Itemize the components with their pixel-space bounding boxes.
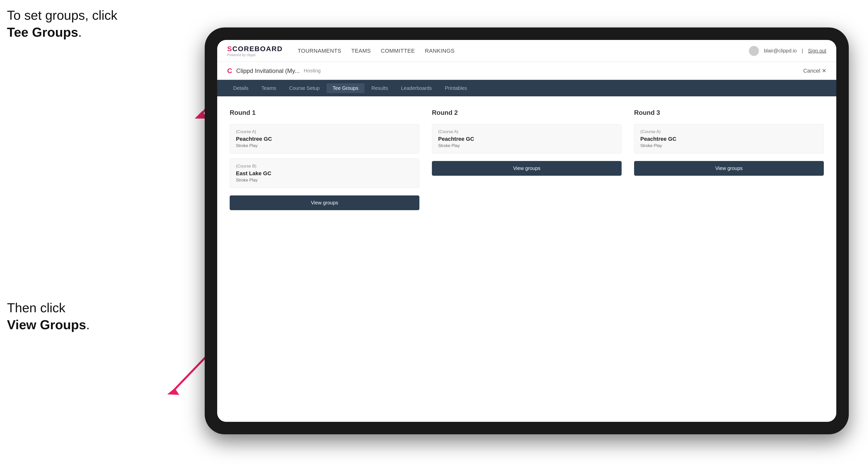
round-3-title: Round 3	[634, 109, 824, 117]
tab-tee-groups[interactable]: Tee Groups	[327, 83, 364, 93]
logo-sub: Powered by clippit	[227, 53, 283, 57]
main-content: Round 1 (Course A) Peachtree GC Stroke P…	[217, 96, 836, 422]
round-1-view-groups-button[interactable]: View groups	[230, 195, 420, 210]
logo-c: S	[227, 45, 232, 53]
round-1-course-a-label: (Course A)	[236, 129, 413, 134]
hosting-label: Hosting	[304, 68, 321, 74]
nav-links: TOURNAMENTS TEAMS COMMITTEE RANKINGS	[298, 48, 455, 54]
tab-course-setup[interactable]: Course Setup	[283, 83, 326, 93]
tab-bar: Details Teams Course Setup Tee Groups Re…	[217, 80, 836, 96]
round-1-column: Round 1 (Course A) Peachtree GC Stroke P…	[230, 109, 420, 210]
nav-teams[interactable]: TEAMS	[351, 48, 371, 54]
logo-area: SSCOREBOARDCOREBOARD Powered by clippit	[227, 45, 283, 57]
round-1-course-a-name: Peachtree GC	[236, 136, 413, 142]
nav-tournaments[interactable]: TOURNAMENTS	[298, 48, 341, 54]
round-2-course-a-card: (Course A) Peachtree GC Stroke Play	[432, 124, 622, 154]
nav-right: blair@clippd.io | Sign out	[749, 46, 826, 56]
tab-results[interactable]: Results	[366, 83, 394, 93]
instruction-bottom-bold: View Groups	[7, 317, 86, 332]
nav-rankings[interactable]: RANKINGS	[425, 48, 455, 54]
top-nav: SSCOREBOARDCOREBOARD Powered by clippit …	[217, 40, 836, 62]
tablet-screen: SSCOREBOARDCOREBOARD Powered by clippit …	[217, 40, 836, 422]
round-1-course-b-format: Stroke Play	[236, 178, 413, 183]
user-avatar	[749, 46, 759, 56]
instruction-bottom-line1: Then click	[7, 301, 65, 315]
round-3-course-a-card: (Course A) Peachtree GC Stroke Play	[634, 124, 824, 154]
tablet-device: SSCOREBOARDCOREBOARD Powered by clippit …	[205, 27, 849, 434]
svg-marker-3	[167, 388, 179, 395]
round-2-course-a-format: Stroke Play	[438, 143, 615, 148]
nav-left: SSCOREBOARDCOREBOARD Powered by clippit …	[227, 45, 455, 57]
round-1-title: Round 1	[230, 109, 420, 117]
instruction-top-line1: To set groups, click	[7, 8, 117, 23]
round-2-column: Round 2 (Course A) Peachtree GC Stroke P…	[432, 109, 622, 210]
instruction-bottom: Then click View Groups.	[7, 300, 90, 333]
tab-teams[interactable]: Teams	[255, 83, 282, 93]
tab-printables[interactable]: Printables	[439, 83, 473, 93]
round-2-title: Round 2	[432, 109, 622, 117]
round-3-course-a-name: Peachtree GC	[640, 136, 817, 142]
user-email: blair@clippd.io	[764, 48, 797, 54]
sub-nav: C Clippd Invitational (My... Hosting Can…	[217, 62, 836, 80]
rounds-grid: Round 1 (Course A) Peachtree GC Stroke P…	[230, 109, 824, 210]
sign-out-link[interactable]: Sign out	[808, 48, 826, 54]
nav-separator: |	[802, 48, 803, 54]
round-2-course-a-name: Peachtree GC	[438, 136, 615, 142]
round-1-course-b-card: (Course B) East Lake GC Stroke Play	[230, 158, 420, 188]
round-1-course-b-name: East Lake GC	[236, 170, 413, 177]
instruction-top-period: .	[78, 25, 82, 39]
cancel-button[interactable]: Cancel ✕	[803, 68, 826, 74]
round-2-course-a-label: (Course A)	[438, 129, 615, 134]
instruction-top-bold: Tee Groups	[7, 25, 78, 39]
instruction-top: To set groups, click Tee Groups.	[7, 7, 117, 41]
instruction-bottom-period: .	[86, 317, 90, 332]
tournament-name: Clippd Invitational (My...	[236, 67, 300, 74]
nav-committee[interactable]: COMMITTEE	[381, 48, 415, 54]
round-3-course-a-format: Stroke Play	[640, 143, 817, 148]
tab-leaderboards[interactable]: Leaderboards	[395, 83, 438, 93]
sub-nav-title: C Clippd Invitational (My... Hosting	[227, 67, 320, 75]
round-1-course-a-format: Stroke Play	[236, 143, 413, 148]
round-2-view-groups-button[interactable]: View groups	[432, 161, 622, 176]
logo-text: SSCOREBOARDCOREBOARD	[227, 45, 283, 53]
c-logo: C	[227, 67, 232, 75]
round-1-course-b-label: (Course B)	[236, 164, 413, 169]
tab-details[interactable]: Details	[227, 83, 254, 93]
round-3-view-groups-button[interactable]: View groups	[634, 161, 824, 176]
round-3-column: Round 3 (Course A) Peachtree GC Stroke P…	[634, 109, 824, 210]
round-1-course-a-card: (Course A) Peachtree GC Stroke Play	[230, 124, 420, 154]
round-3-course-a-label: (Course A)	[640, 129, 817, 134]
